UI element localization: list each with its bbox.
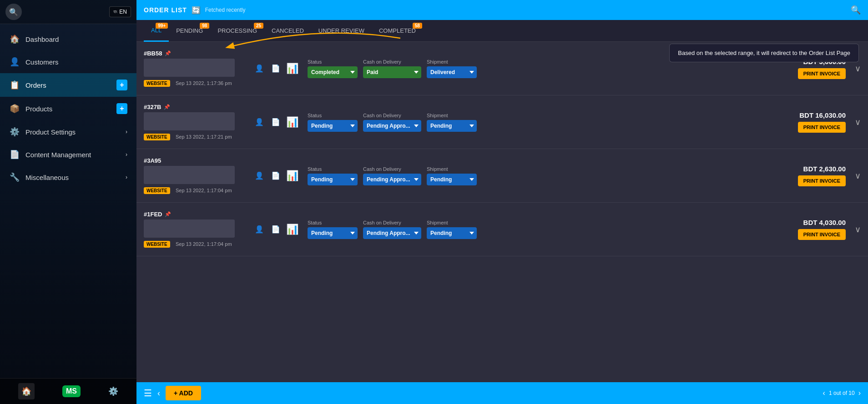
sidebar-item-customers[interactable]: 👤 Customers	[0, 50, 136, 73]
home-footer-icon[interactable]: 🏠	[18, 383, 35, 399]
sidebar-item-product-settings[interactable]: ⚙️ Product Settings ›	[0, 120, 136, 143]
sidebar-item-products[interactable]: 📦 Products +	[0, 97, 136, 120]
tab-label: PROCESSING	[217, 27, 257, 34]
tab-all[interactable]: ALL 99+	[144, 20, 169, 42]
order-date: Sep 13 2022, 1:17:04 pm	[176, 241, 232, 247]
shipment-select[interactable]: Delivered Delivered Pending Shipped	[427, 66, 477, 78]
tab-label: PENDING	[176, 27, 203, 34]
cod-select[interactable]: Pending Appro... Paid Pending Appro...	[363, 227, 421, 239]
status-column: Status Pending Pending Completed Process…	[308, 166, 358, 185]
next-page-button[interactable]: ›	[858, 389, 861, 397]
sidebar-search-icon[interactable]: 🔍	[5, 4, 22, 20]
cod-label: Cash on Delivery	[363, 113, 421, 118]
tab-completed[interactable]: COMPLETED 58	[372, 20, 423, 42]
expand-order-button[interactable]: ∨	[855, 171, 861, 181]
orders-list: #BB58 📌 WEBSITE Sep 13 2022, 1:17:36 pm …	[136, 42, 868, 382]
document-icon[interactable]: 📄	[269, 116, 282, 129]
customer-icon[interactable]: 👤	[253, 170, 266, 182]
refresh-icon[interactable]: 🔄	[192, 6, 201, 15]
status-column: Status Pending Pending Completed Process…	[308, 113, 358, 132]
document-icon[interactable]: 📄	[269, 223, 282, 236]
dashboard-icon: 🏠	[9, 34, 20, 44]
print-invoice-button[interactable]: PRINT INVOICE	[798, 229, 846, 240]
cod-select[interactable]: Pending Appro... Paid Pending Appro...	[363, 174, 421, 185]
shipment-label: Shipment	[427, 59, 477, 65]
expand-order-button[interactable]: ∨	[855, 64, 861, 74]
status-select[interactable]: Completed Pending Completed Processing C…	[308, 66, 358, 78]
settings-footer-icon[interactable]: ⚙️	[108, 386, 118, 396]
cod-column: Cash on Delivery Pending Appro... Paid P…	[363, 220, 421, 239]
chart-icon[interactable]: 📊	[286, 223, 298, 236]
document-icon[interactable]: 📄	[269, 62, 282, 75]
order-source-badge: WEBSITE	[144, 80, 170, 87]
status-select[interactable]: Pending Pending Completed Processing Can…	[308, 227, 358, 239]
order-date: Sep 13 2022, 1:17:04 pm	[176, 188, 232, 193]
cod-select[interactable]: Paid Paid Pending Appro...	[363, 66, 421, 78]
sidebar-item-miscellaneous[interactable]: 🔧 Miscellaneous ›	[0, 166, 136, 189]
order-price-section: BDT 4,030.00 PRINT INVOICE	[787, 219, 846, 240]
sidebar-item-label: Orders	[25, 81, 46, 89]
print-invoice-button[interactable]: PRINT INVOICE	[798, 68, 846, 79]
tab-label: COMPLETED	[379, 27, 416, 34]
back-button[interactable]: ‹	[157, 389, 160, 398]
shipment-label: Shipment	[427, 166, 477, 172]
nav-items: 🏠 Dashboard 👤 Customers 📋 Orders + 📦 Pro…	[0, 24, 136, 378]
price-amount: BDT 3,600.00	[787, 58, 846, 65]
prev-page-button[interactable]: ‹	[823, 389, 825, 397]
order-info: #BB58 📌 WEBSITE Sep 13 2022, 1:17:36 pm	[144, 50, 244, 87]
order-source-badge: WEBSITE	[144, 134, 170, 140]
shipment-column: Shipment Pending Delivered Pending Shipp…	[427, 166, 477, 185]
sidebar-item-label: Customers	[25, 58, 59, 66]
search-icon[interactable]: 🔍	[851, 5, 861, 15]
sidebar-item-content-management[interactable]: 📄 Content Management ›	[0, 143, 136, 166]
customer-icon[interactable]: 👤	[253, 223, 266, 236]
add-order-button[interactable]: + ADD	[166, 386, 201, 400]
status-select[interactable]: Pending Pending Completed Processing Can…	[308, 120, 358, 132]
tab-processing[interactable]: PROCESSING 25	[210, 20, 264, 42]
price-amount: BDT 2,630.00	[787, 165, 846, 173]
shipment-column: Shipment Pending Delivered Pending Shipp…	[427, 220, 477, 239]
expand-order-button[interactable]: ∨	[855, 224, 861, 234]
cod-label: Cash on Delivery	[363, 59, 421, 65]
chevron-right-icon: ›	[126, 129, 127, 135]
expand-order-button[interactable]: ∨	[855, 117, 861, 127]
tab-canceled[interactable]: CANCELED	[264, 20, 311, 42]
print-invoice-button[interactable]: PRINT INVOICE	[798, 122, 846, 133]
main-content: ORDER LIST 🔄 Fetched recently 🔍 ALL 99+ …	[136, 0, 868, 404]
customer-icon[interactable]: 👤	[253, 116, 266, 129]
order-status-group: Status Pending Pending Completed Process…	[308, 220, 781, 239]
order-id: #327B 📌	[144, 104, 244, 110]
shipment-select[interactable]: Pending Delivered Pending Shipped	[427, 120, 477, 132]
misc-icon: 🔧	[9, 172, 20, 182]
shipment-select[interactable]: Pending Delivered Pending Shipped	[427, 174, 477, 185]
tab-under-review[interactable]: UNDER REVIEW	[311, 20, 372, 42]
pin-icon: 📌	[165, 50, 171, 56]
add-product-sidebar-button[interactable]: +	[116, 103, 127, 114]
tab-label: UNDER REVIEW	[318, 27, 364, 34]
add-order-sidebar-button[interactable]: +	[116, 80, 127, 90]
shipment-column: Shipment Pending Delivered Pending Shipp…	[427, 113, 477, 132]
cod-select[interactable]: Pending Appro... Paid Pending Appro...	[363, 120, 421, 132]
tab-badge-pending: 98	[200, 23, 209, 29]
order-thumbnail	[144, 112, 235, 130]
tab-pending[interactable]: PENDING 98	[169, 20, 210, 42]
shipment-select[interactable]: Pending Delivered Pending Shipped	[427, 227, 477, 239]
language-switcher[interactable]: বাং EN	[109, 6, 131, 17]
print-invoice-button[interactable]: PRINT INVOICE	[798, 175, 846, 186]
price-amount: BDT 16,030.00	[787, 111, 846, 119]
sidebar-item-orders[interactable]: 📋 Orders +	[0, 73, 136, 97]
chart-icon[interactable]: 📊	[286, 170, 298, 182]
document-icon[interactable]: 📄	[269, 170, 282, 182]
order-id: #3A95	[144, 157, 244, 164]
page-title: ORDER LIST	[144, 6, 187, 14]
sidebar-item-dashboard[interactable]: 🏠 Dashboard	[0, 28, 136, 50]
customer-icon[interactable]: 👤	[253, 62, 266, 75]
status-select[interactable]: Pending Pending Completed Processing Can…	[308, 174, 358, 185]
status-label: Status	[308, 113, 358, 118]
chart-icon[interactable]: 📊	[286, 116, 298, 129]
sidebar-top: 🔍 বাং EN	[0, 0, 136, 24]
cod-label: Cash on Delivery	[363, 220, 421, 225]
hamburger-menu-icon[interactable]: ☰	[144, 388, 152, 399]
tabs-bar: ALL 99+ PENDING 98 PROCESSING 25 CANCELE…	[136, 20, 868, 42]
chart-icon[interactable]: 📊	[286, 62, 298, 75]
